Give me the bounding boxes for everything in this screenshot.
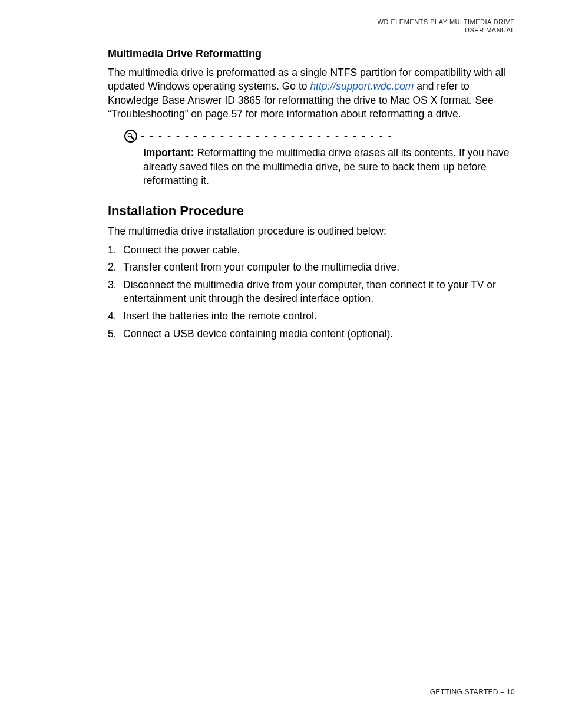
important-note: - - - - - - - - - - - - - - - - - - - - … bbox=[124, 130, 515, 188]
important-text: Important: Reformatting the multimedia d… bbox=[143, 146, 515, 188]
list-item: Connect a USB device containing media co… bbox=[108, 327, 515, 341]
footer-section: GETTING STARTED bbox=[430, 688, 498, 696]
reformat-paragraph: The multimedia drive is preformatted as … bbox=[108, 66, 515, 122]
header-line-1: WD ELEMENTS PLAY MULTIMEDIA DRIVE bbox=[47, 18, 515, 26]
list-item: Insert the batteries into the remote con… bbox=[108, 309, 515, 324]
list-item: Transfer content from your computer to t… bbox=[108, 261, 515, 275]
installation-intro: The multimedia drive installation proced… bbox=[108, 225, 515, 239]
header-line-2: USER MANUAL bbox=[47, 26, 515, 34]
running-footer: GETTING STARTED – 10 bbox=[430, 688, 515, 696]
wrench-icon bbox=[124, 130, 137, 143]
reformat-subheading: Multimedia Drive Reformatting bbox=[108, 48, 515, 60]
footer-page: 10 bbox=[507, 688, 515, 696]
list-item: Disconnect the multimedia drive from you… bbox=[108, 278, 515, 306]
content-column: Multimedia Drive Reformatting The multim… bbox=[84, 48, 515, 341]
installation-steps: Connect the power cable. Transfer conten… bbox=[108, 243, 515, 341]
important-body: Reformatting the multimedia drive erases… bbox=[143, 147, 510, 186]
list-item: Connect the power cable. bbox=[108, 243, 515, 258]
footer-sep: – bbox=[498, 688, 507, 696]
installation-heading: Installation Procedure bbox=[108, 203, 515, 219]
dotted-rule: - - - - - - - - - - - - - - - - - - - - … bbox=[141, 130, 394, 143]
support-link[interactable]: http://support.wdc.com bbox=[310, 80, 414, 92]
running-header: WD ELEMENTS PLAY MULTIMEDIA DRIVE USER M… bbox=[47, 18, 515, 35]
important-header-row: - - - - - - - - - - - - - - - - - - - - … bbox=[124, 130, 515, 143]
important-label: Important: bbox=[143, 147, 194, 159]
